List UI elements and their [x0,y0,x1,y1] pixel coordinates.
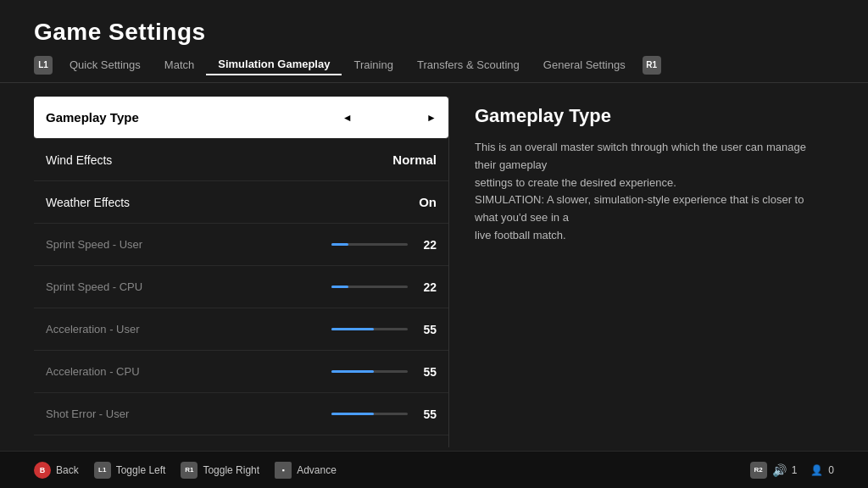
back-button[interactable]: B Back [34,462,79,479]
info-description: This is an overall master switch through… [475,139,826,245]
nav-item-simulation-gameplay[interactable]: Simulation Gameplay [206,54,342,75]
advance-button[interactable]: ▪ Advance [275,462,337,479]
setting-name-wind-effects: Wind Effects [46,153,112,167]
l1-button-icon: L1 [94,462,111,479]
slider-acceleration-user[interactable]: 55 [331,323,437,336]
toggle-left-label: Toggle Left [116,464,166,476]
setting-name-gameplay-type: Gameplay Type [46,110,139,125]
setting-name-shot-error-user: Shot Error - User [46,408,129,420]
slider-value-shot-error-user: 55 [416,408,437,421]
back-label: Back [56,464,79,476]
slider-sprint-speed-cpu[interactable]: 22 [331,280,437,294]
bottom-bar: B Back L1 Toggle Left R1 Toggle Right ▪ … [0,451,868,488]
r2-badge: R2 [750,462,767,479]
info-title: Gameplay Type [475,105,826,127]
b-button-icon: B [34,462,51,479]
info-panel: Gameplay Type This is an overall master … [466,97,834,447]
advance-label: Advance [297,464,337,476]
slider-fill [331,328,374,330]
main-content: Gameplay Type ◄ Simulation ► Wind Effect… [0,83,868,461]
bottom-left-controls: B Back L1 Toggle Left R1 Toggle Right ▪ … [34,462,337,479]
r1-badge: R1 [643,56,661,75]
setting-row-weather-effects[interactable]: Weather Effects On [34,181,448,224]
setting-row-acceleration-user[interactable]: Acceleration - User 55 [34,308,448,351]
slider-track [331,370,408,373]
setting-value-gameplay-type: ◄ Simulation ► [342,111,437,125]
settings-panel: Gameplay Type ◄ Simulation ► Wind Effect… [34,97,449,447]
slider-track [331,243,408,246]
toggle-right-button[interactable]: R1 Toggle Right [181,462,259,479]
slider-shot-error-user[interactable]: 55 [331,408,437,421]
setting-row-acceleration-cpu[interactable]: Acceleration - CPU 55 [34,351,448,393]
r1-button-icon: R1 [181,462,198,479]
bottom-right-info: R2 🔊 1 👤 0 [750,462,834,479]
slider-value-sprint-speed-cpu: 22 [416,280,437,294]
setting-row-sprint-speed-cpu[interactable]: Sprint Speed - CPU 22 [34,266,448,308]
setting-value-weather-effects: On [419,195,437,209]
setting-name-sprint-speed-user: Sprint Speed - User [46,238,142,251]
slider-value-sprint-speed-user: 22 [416,238,437,252]
slider-fill [331,370,374,373]
r2-volume-item: R2 🔊 1 [750,462,798,479]
players-icon: 👤 [810,464,823,476]
setting-name-acceleration-user: Acceleration - User [46,323,140,336]
slider-acceleration-cpu[interactable]: 55 [331,365,437,379]
slider-track [331,413,408,415]
navigation-bar: L1 Quick Settings Match Simulation Gamep… [0,46,868,83]
players-value: 0 [828,464,834,476]
arrow-right-icon: ► [426,112,437,124]
page-title: Game Settings [0,0,868,46]
nav-item-match[interactable]: Match [153,55,206,75]
slider-fill [331,243,348,246]
square-button-icon: ▪ [275,462,292,479]
slider-fill [331,413,374,415]
slider-track [331,286,408,288]
nav-item-general-settings[interactable]: General Settings [531,55,637,75]
setting-name-weather-effects: Weather Effects [46,196,130,209]
volume-value: 1 [792,464,798,476]
arrow-left-icon: ◄ [342,112,353,124]
slider-sprint-speed-user[interactable]: 22 [331,238,437,252]
setting-row-gameplay-type[interactable]: Gameplay Type ◄ Simulation ► [34,97,448,139]
setting-row-shot-error-user[interactable]: Shot Error - User 55 [34,393,448,435]
l1-badge: L1 [34,56,53,75]
slider-track [331,328,408,330]
setting-name-sprint-speed-cpu: Sprint Speed - CPU [46,280,142,293]
nav-item-quick-settings[interactable]: Quick Settings [58,55,153,75]
slider-value-acceleration-cpu: 55 [416,365,437,379]
players-item: 👤 0 [810,464,834,476]
setting-value-wind-effects: Normal [392,152,437,167]
nav-item-transfers-scouting[interactable]: Transfers & Scouting [405,55,531,75]
nav-item-training[interactable]: Training [342,55,404,75]
slider-value-acceleration-user: 55 [416,323,437,336]
toggle-left-button[interactable]: L1 Toggle Left [94,462,166,479]
setting-row-wind-effects[interactable]: Wind Effects Normal [34,139,448,181]
setting-row-sprint-speed-user[interactable]: Sprint Speed - User 22 [34,224,448,266]
setting-name-acceleration-cpu: Acceleration - CPU [46,365,140,378]
toggle-right-label: Toggle Right [203,464,259,476]
speaker-icon: 🔊 [772,463,787,477]
slider-fill [331,286,348,288]
